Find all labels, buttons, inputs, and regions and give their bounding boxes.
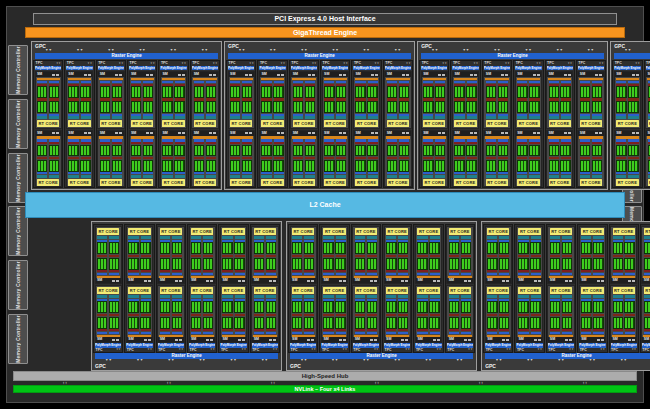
sm-label-row: SM — [291, 131, 316, 136]
sm-label-row: SM — [385, 131, 410, 136]
rt-core: RT CORE — [293, 179, 315, 186]
cuda-core-grid — [385, 242, 410, 254]
cuda-core-grid — [322, 317, 347, 329]
sm-cache-chip — [269, 339, 272, 341]
texture-unit-row — [646, 116, 650, 119]
memory-controller-label: Memory Controller — [15, 46, 21, 94]
sm-label-row: SM — [353, 278, 378, 283]
sm-label-row: SM — [517, 278, 542, 283]
cuda-core-bank — [266, 301, 276, 313]
sm-cache-chip — [565, 339, 568, 341]
cuda-core-bank — [461, 242, 471, 254]
polymorph-engine-bar: PolyMorph Engine — [515, 66, 541, 71]
sm-cache-chip — [119, 132, 122, 134]
cuda-core-grid — [547, 145, 572, 157]
cuda-core-bank — [162, 101, 172, 113]
sm-label: SM — [191, 278, 196, 283]
cuda-core-bank — [97, 258, 107, 270]
cuda-core-bank — [128, 258, 138, 270]
cuda-core-bank — [336, 86, 346, 98]
sm-cache-chip — [210, 280, 213, 282]
flow-arrows-icon: ▼▼ — [181, 62, 186, 65]
cuda-core-grid — [158, 301, 183, 313]
texture-unit-row — [98, 116, 123, 119]
cuda-core-bank — [194, 86, 204, 98]
sm-label-row: SM — [615, 72, 640, 77]
sm-block: SM RT CORE — [610, 285, 637, 343]
sm-cache-chip — [371, 74, 374, 76]
cuda-core-bank — [593, 258, 603, 270]
cuda-core-bank — [613, 242, 623, 254]
sm-label: SM — [261, 131, 266, 136]
cuda-core-bank — [206, 145, 216, 157]
cuda-core-bank — [234, 258, 244, 270]
sm-block: SM RT CORE — [421, 71, 448, 129]
cuda-core-bank — [143, 86, 153, 98]
flow-arrows-icon: ▼▼ — [406, 62, 411, 65]
sm-label-row: SM — [548, 337, 573, 342]
sm-label: SM — [386, 337, 391, 342]
sm-label-row: SM — [192, 72, 217, 77]
rt-core: RT CORE — [324, 120, 346, 127]
sm-block: SM RT CORE — [251, 226, 278, 284]
cuda-core-bank — [628, 145, 638, 157]
cuda-core-bank — [140, 317, 150, 329]
cuda-core-grid — [547, 86, 572, 98]
cuda-core-bank — [324, 145, 334, 157]
sm-block: SM RT CORE — [353, 71, 380, 129]
texture-unit-row — [291, 175, 316, 178]
cuda-core-bank — [128, 317, 138, 329]
raster-engine-bar: Raster Engine — [228, 53, 411, 59]
sm-cache-chip — [206, 280, 209, 282]
sm-label-row: SM — [484, 72, 509, 77]
cuda-core-grid — [422, 101, 447, 113]
texture-unit-row — [615, 175, 640, 178]
cuda-core-bank — [37, 160, 47, 172]
cuda-core-bank — [466, 160, 476, 172]
cuda-core-bank — [143, 145, 153, 157]
flow-arrows-icon: ▼▼ — [567, 62, 572, 65]
tpc-column: TPC ▼▼ PolyMorph Engine SM — [609, 224, 639, 353]
sm-label-row: SM — [36, 72, 61, 77]
cuda-core-grid — [36, 86, 61, 98]
cuda-core-bank — [172, 258, 182, 270]
sm-block: SM RT CORE — [129, 71, 156, 129]
rt-core: RT CORE — [128, 228, 150, 235]
sm-label: SM — [549, 131, 554, 136]
cuda-core-bank — [549, 160, 559, 172]
gpc-block: GPC ▼▼▼▼▼▼▼▼▼▼▼▼ Raster Engine TPC ▼▼ Po… — [417, 41, 608, 190]
rt-core: RT CORE — [292, 228, 314, 235]
texture-unit-row — [385, 175, 410, 178]
tpc-row: TPC ▼▼ PolyMorph Engine SM — [33, 60, 220, 188]
cuda-core-bank — [580, 145, 590, 157]
cuda-core-bank — [324, 160, 334, 172]
cuda-core-bank — [616, 101, 626, 113]
cuda-core-bank — [292, 258, 302, 270]
cuda-core-bank — [304, 301, 314, 313]
cuda-core-grid — [323, 86, 348, 98]
cuda-core-bank — [304, 242, 314, 254]
texture-unit-row — [615, 116, 640, 119]
tpc-column: TPC ▼▼ PolyMorph Engine SM — [156, 224, 186, 353]
rt-core: RT CORE — [131, 120, 153, 127]
cuda-core-grid — [453, 86, 478, 98]
sm-block: SM RT CORE — [66, 71, 93, 129]
rt-core: RT CORE — [230, 179, 252, 186]
texture-unit-row — [547, 175, 572, 178]
sm-label-row: SM — [580, 278, 605, 283]
cuda-core-bank — [355, 101, 365, 113]
sm-label-row: SM — [453, 72, 478, 77]
sm-cache-chip — [597, 339, 600, 341]
cuda-core-bank — [324, 86, 334, 98]
cuda-core-grid — [642, 242, 650, 254]
cuda-core-bank — [530, 242, 540, 254]
sm-cache-chip — [339, 74, 342, 76]
cuda-core-grid — [353, 301, 378, 313]
tpc-column: TPC ▼▼ PolyMorph Engine SM — [413, 224, 443, 353]
cuda-core-bank — [37, 145, 47, 157]
cuda-core-bank — [191, 301, 201, 313]
cuda-core-bank — [593, 242, 603, 254]
cuda-core-bank — [449, 242, 459, 254]
cuda-core-grid — [190, 317, 215, 329]
rt-core: RT CORE — [37, 179, 59, 186]
